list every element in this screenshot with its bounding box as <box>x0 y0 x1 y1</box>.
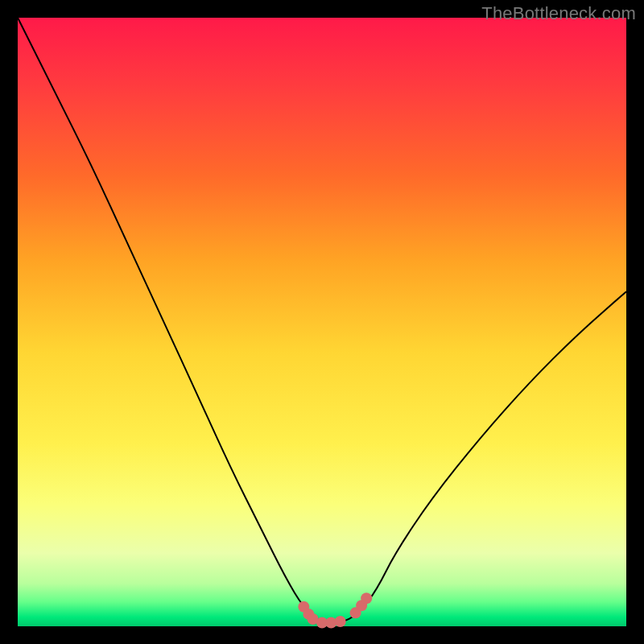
valley-dot <box>361 592 372 604</box>
chart-frame: TheBottleneck.com <box>0 0 644 644</box>
bottleneck-curve <box>18 18 626 623</box>
valley-dots-group <box>298 592 372 628</box>
valley-dot <box>335 616 346 627</box>
watermark-text: TheBottleneck.com <box>481 3 636 24</box>
chart-svg <box>18 18 626 626</box>
